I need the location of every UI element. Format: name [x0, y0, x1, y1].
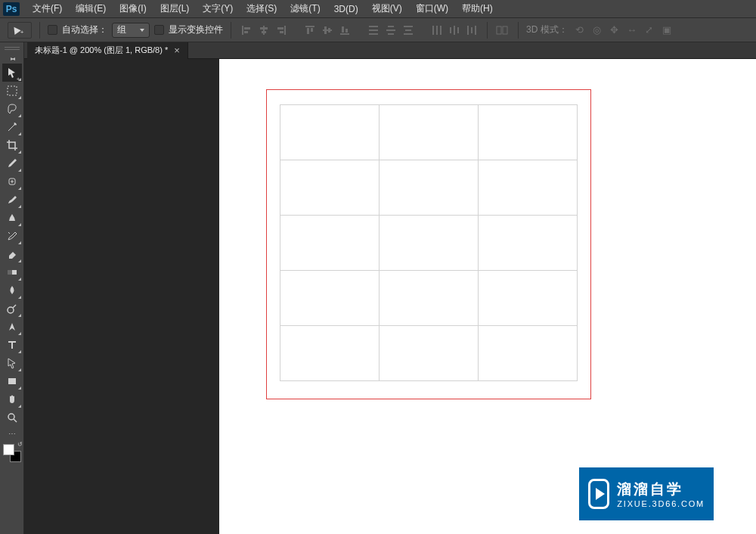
toolbox-grip[interactable] — [2, 45, 23, 51]
auto-select-label: 自动选择： — [62, 23, 107, 36]
magic-wand-tool[interactable] — [2, 118, 22, 136]
svg-rect-11 — [311, 28, 313, 32]
document-tab-label: 未标题-1 @ 200% (图层 1, RGB/8) * — [35, 45, 168, 56]
svg-rect-44 — [8, 378, 16, 384]
svg-rect-21 — [388, 26, 394, 27]
menu-view[interactable]: 视图(V) — [365, 0, 409, 18]
orbit-icon[interactable]: ⟲ — [572, 23, 587, 38]
play-icon — [588, 479, 609, 509]
grid-cell — [280, 104, 380, 160]
svg-rect-36 — [497, 26, 501, 34]
svg-rect-0 — [242, 26, 243, 35]
distribute-group — [366, 23, 416, 38]
current-tool-indicator[interactable]: + — [8, 22, 32, 39]
swap-colors-icon[interactable]: ↺ — [17, 441, 23, 448]
menu-file[interactable]: 文件(F) — [26, 0, 69, 18]
menu-edit[interactable]: 编辑(E) — [69, 0, 113, 18]
document-tab[interactable]: 未标题-1 @ 200% (图层 1, RGB/8) * × — [27, 42, 188, 59]
align-vcenter-icon[interactable] — [320, 23, 335, 38]
crop-tool[interactable] — [2, 136, 22, 154]
svg-rect-9 — [305, 26, 314, 27]
move-tool[interactable]: + — [2, 64, 22, 82]
history-brush-tool[interactable] — [2, 227, 22, 245]
type-tool[interactable] — [2, 336, 22, 354]
align-left-icon[interactable] — [239, 23, 254, 38]
healing-brush-tool[interactable] — [2, 172, 22, 191]
grid-cell — [379, 160, 479, 216]
zoom-tool[interactable] — [2, 408, 22, 427]
svg-rect-31 — [454, 26, 455, 35]
clone-stamp-tool[interactable] — [2, 209, 22, 227]
toolbox-expand-icon[interactable]: ▸◂ — [4, 54, 20, 62]
align-bottom-icon[interactable] — [337, 23, 352, 38]
menu-image[interactable]: 图像(I) — [113, 0, 153, 18]
distribute-right-icon[interactable] — [464, 23, 479, 38]
auto-align-icon[interactable] — [495, 23, 510, 38]
svg-rect-5 — [262, 31, 266, 33]
blur-tool[interactable] — [2, 281, 22, 300]
distribute-top-icon[interactable] — [366, 23, 381, 38]
svg-rect-19 — [369, 29, 378, 31]
svg-rect-13 — [324, 26, 327, 34]
work-area: 溜溜自学 ZIXUE.3D66.COM — [24, 59, 756, 534]
content-grid — [280, 104, 578, 380]
lasso-tool[interactable] — [2, 100, 22, 118]
zoom-icon[interactable]: ⤢ — [642, 23, 657, 38]
gradient-tool[interactable] — [2, 263, 22, 281]
svg-rect-6 — [284, 26, 286, 35]
foreground-color-swatch[interactable] — [3, 444, 14, 455]
svg-rect-29 — [440, 26, 442, 35]
show-transform-checkbox[interactable] — [154, 25, 164, 35]
svg-rect-25 — [405, 29, 411, 31]
dodge-tool[interactable] — [2, 300, 22, 318]
menu-3d[interactable]: 3D(D) — [327, 1, 365, 17]
hand-tool[interactable] — [2, 390, 22, 408]
align-right-icon[interactable] — [274, 23, 289, 38]
menu-select[interactable]: 选择(S) — [240, 0, 284, 18]
distribute-left-icon[interactable] — [429, 23, 445, 38]
distribute-vcenter-icon[interactable] — [383, 23, 398, 38]
close-tab-icon[interactable]: × — [174, 45, 180, 56]
svg-rect-2 — [244, 31, 248, 33]
menu-window[interactable]: 窗口(W) — [409, 0, 455, 18]
tool-subicon: + — [20, 29, 24, 36]
menu-help[interactable]: 帮助(H) — [455, 0, 500, 18]
cam-icon[interactable]: ▣ — [659, 23, 674, 38]
align-hcenter-icon[interactable] — [256, 23, 271, 38]
distribute-hcenter-icon[interactable] — [447, 23, 462, 38]
menu-layer[interactable]: 图层(L) — [153, 0, 197, 18]
pan-icon[interactable]: ✥ — [607, 23, 622, 38]
marquee-tool[interactable] — [2, 82, 22, 100]
rectangle-tool[interactable] — [2, 372, 22, 390]
path-selection-tool[interactable] — [2, 354, 22, 372]
eraser-tool[interactable] — [2, 245, 22, 263]
svg-rect-27 — [432, 26, 434, 35]
eyedropper-tool[interactable] — [2, 154, 22, 172]
svg-rect-22 — [386, 29, 395, 31]
svg-rect-38 — [8, 86, 17, 95]
grid-cell — [379, 270, 479, 326]
svg-rect-30 — [450, 27, 451, 33]
watermark-title: 溜溜自学 — [617, 480, 705, 499]
distribute-bottom-icon[interactable] — [401, 23, 416, 38]
3d-mode-label: 3D 模式： — [526, 23, 568, 36]
canvas[interactable]: 溜溜自学 ZIXUE.3D66.COM — [219, 59, 756, 534]
edit-toolbar-icon[interactable]: ⋯ — [2, 427, 22, 440]
brush-tool[interactable] — [2, 191, 22, 209]
auto-select-checkbox[interactable] — [48, 25, 57, 35]
separator — [231, 22, 231, 39]
watermark: 溜溜自学 ZIXUE.3D66.COM — [579, 467, 714, 520]
separator — [39, 22, 40, 39]
grid-cell — [280, 325, 380, 381]
svg-rect-3 — [263, 26, 265, 35]
menu-filter[interactable]: 滤镜(T) — [284, 0, 327, 18]
roll-icon[interactable]: ◎ — [590, 23, 605, 38]
align-top-icon[interactable] — [302, 23, 318, 38]
slide-icon[interactable]: ↔ — [624, 23, 640, 38]
grid-cell — [280, 270, 380, 326]
color-swatches[interactable]: ↺ — [2, 443, 22, 463]
separator — [518, 22, 519, 39]
auto-select-type-dropdown[interactable]: 组 — [112, 23, 150, 38]
pen-tool[interactable] — [2, 318, 22, 336]
menu-type[interactable]: 文字(Y) — [196, 0, 240, 18]
